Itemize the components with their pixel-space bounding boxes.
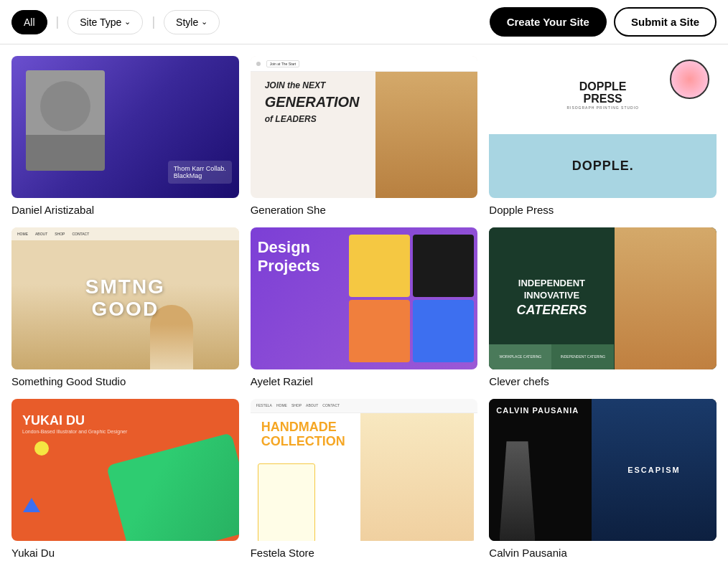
daniel-overlay-label: Thom Karr Collab. BlackMag (168, 161, 232, 184)
gallery-thumb-yukai[interactable]: YUKAI DU London-Based Illustrator and Gr… (11, 399, 239, 541)
calvin-escapism: ESCAPISM (627, 466, 680, 474)
gallery-thumb-clever[interactable]: INDEPENDENT INNOVATIVE CATERERS WORKPLAC… (489, 227, 717, 369)
ayelet-card-yellow (349, 235, 410, 297)
gallery-title-daniel: Daniel Aristizabal (11, 204, 239, 216)
filter-right: Create Your Site Submit a Site (490, 7, 717, 37)
clever-text: INDEPENDENT INNOVATIVE CATERERS (510, 270, 594, 326)
yukai-subtitle: London-Based Illustrator and Graphic Des… (22, 429, 127, 434)
filter-style[interactable]: Style ⌄ (164, 10, 220, 34)
divider-2: | (151, 14, 155, 29)
ayelet-card-orange (349, 300, 410, 362)
gallery-item-yukai: YUKAI DU London-Based Illustrator and Gr… (11, 399, 239, 559)
festela-title: HANDMADE COLLECTION (261, 420, 345, 449)
festela-nav: FESTELA HOME SHOP ABOUT CONTACT (251, 399, 478, 413)
gallery-title-clever: Clever chefs (489, 375, 717, 387)
yukai-title: YUKAI DU (22, 413, 85, 428)
gallery-thumb-dopple[interactable]: DOPPLE PRESS RISOGRAPH PRINTING STUDIO D… (489, 56, 717, 198)
clever-bottom-strip: WORKPLACE CATERING INDEPENDENT CATERING (489, 344, 614, 369)
gallery-grid: Thom Karr Collab. BlackMag Daniel Aristi… (0, 44, 728, 561)
gallery-thumb-calvin[interactable]: ESCAPISM CALVIN PAUSANIA (489, 399, 717, 541)
filter-left: All | Site Type ⌄ | Style ⌄ (11, 10, 220, 34)
gallery-item-she: Join at The Start JOIN the NEXT GENERATI… (251, 56, 478, 216)
gallery-item-smtng: HOME ABOUT SHOP CONTACT SMTNG GOOD Somet… (11, 227, 239, 387)
she-nav-tab: Join at The Start (266, 60, 300, 67)
gallery-title-she: Generation She (251, 204, 478, 216)
style-chevron-icon: ⌄ (201, 17, 207, 27)
dopple-top: DOPPLE PRESS RISOGRAPH PRINTING STUDIO (489, 56, 717, 134)
gallery-title-smtng: Something Good Studio (11, 375, 239, 387)
filter-bar: All | Site Type ⌄ | Style ⌄ Create Your … (0, 0, 728, 44)
she-nav-dot (256, 62, 261, 66)
she-person-photo (375, 72, 478, 198)
gallery-item-clever: INDEPENDENT INNOVATIVE CATERERS WORKPLAC… (489, 227, 717, 387)
ayelet-cards (349, 235, 474, 362)
gallery-title-ayelet: Ayelet Raziel (251, 375, 478, 387)
calvin-right: ESCAPISM (592, 399, 717, 541)
gallery-thumb-smtng[interactable]: HOME ABOUT SHOP CONTACT SMTNG GOOD (11, 227, 239, 369)
gallery-item-calvin: ESCAPISM CALVIN PAUSANIA Calvin Pausania (489, 399, 717, 559)
filter-site-type[interactable]: Site Type ⌄ (67, 10, 143, 34)
festela-card (258, 463, 315, 541)
ayelet-card-blue (413, 300, 474, 362)
gallery-title-calvin: Calvin Pausania (489, 547, 717, 559)
gallery-thumb-daniel[interactable]: Thom Karr Collab. BlackMag (11, 56, 239, 198)
gallery-title-dopple: Dopple Press (489, 204, 717, 216)
clever-right (615, 227, 717, 369)
gallery-item-festela: FESTELA HOME SHOP ABOUT CONTACT HANDMADE… (251, 399, 478, 559)
filter-all[interactable]: All (11, 10, 47, 34)
yukai-triangle (23, 498, 40, 512)
yukai-dot (34, 441, 49, 456)
smtng-nav: HOME ABOUT SHOP CONTACT (11, 227, 239, 240)
gallery-item-daniel: Thom Karr Collab. BlackMag Daniel Aristi… (11, 56, 239, 216)
gallery-thumb-she[interactable]: Join at The Start JOIN the NEXT GENERATI… (251, 56, 478, 198)
ayelet-design-text: Design Projects (258, 238, 320, 276)
ayelet-card-black (413, 235, 474, 297)
dopple-bottom: DOPPLE. (489, 134, 717, 198)
gallery-item-dopple: DOPPLE PRESS RISOGRAPH PRINTING STUDIO D… (489, 56, 717, 216)
gallery-thumb-festela[interactable]: FESTELA HOME SHOP ABOUT CONTACT HANDMADE… (251, 399, 478, 541)
gallery-thumb-ayelet[interactable]: Design Projects (251, 227, 478, 369)
gallery-title-festela: Festela Store (251, 547, 478, 559)
gallery-title-yukai: Yukai Du (11, 547, 239, 559)
clever-bs2: INDEPENDENT CATERING (551, 344, 614, 369)
she-join-text: JOIN the NEXT GENERATION of LEADERS (265, 77, 360, 126)
site-type-chevron-icon: ⌄ (124, 17, 131, 27)
calvin-person (500, 441, 536, 541)
festela-person (360, 413, 474, 541)
gallery-item-ayelet: Design Projects Ayelet Raziel (251, 227, 478, 387)
smtng-overlay-text: SMTNG GOOD (85, 276, 165, 321)
dopple-mascot (670, 60, 709, 99)
divider-1: | (56, 14, 60, 29)
clever-bs1: WORKPLACE CATERING (489, 344, 551, 369)
create-site-button[interactable]: Create Your Site (490, 7, 607, 37)
calvin-name-label: CALVIN PAUSANIA (496, 406, 579, 415)
submit-site-button[interactable]: Submit a Site (614, 7, 717, 37)
she-nav: Join at The Start (251, 56, 478, 72)
calvin-left (489, 399, 591, 541)
